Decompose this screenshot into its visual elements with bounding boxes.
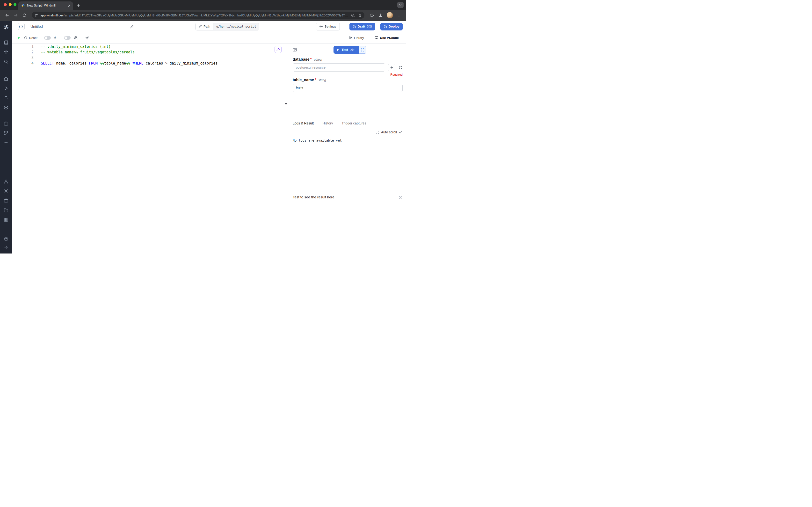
- plus-icon: [4, 140, 8, 145]
- settings-button[interactable]: Settings: [316, 23, 340, 31]
- code-line[interactable]: -- %%table_name%% fruits/vegetables/cere…: [41, 50, 218, 55]
- site-info-icon[interactable]: [34, 13, 39, 17]
- windmill-logo-icon[interactable]: [3, 24, 9, 30]
- sidebar-item-account[interactable]: [4, 179, 8, 184]
- search-icon: [4, 59, 8, 64]
- code-line[interactable]: [41, 55, 218, 61]
- browser-toolbar: app.windmill.dev/scripts/add#JTdCJTIyaGF…: [0, 10, 406, 21]
- arrow-left-icon: [5, 13, 9, 18]
- multiplayer-users-icon: [74, 36, 78, 40]
- main-area: Untitled Path u/henri/magical_script Set…: [12, 21, 406, 253]
- plus-icon: [76, 4, 80, 8]
- script-title-field[interactable]: Untitled: [31, 24, 134, 29]
- arrow-right-icon: [4, 245, 8, 249]
- chevron-down-icon: [399, 3, 402, 6]
- url-path: /scripts/add#JTdCJTIyaGFzaCUyMiUzQSUyMiU…: [64, 13, 349, 17]
- code-editor[interactable]: 1234 -- :daily_minimum_calories (int)-- …: [12, 44, 288, 253]
- database-input[interactable]: [293, 63, 385, 71]
- gear-icon: [85, 36, 89, 40]
- diff-toggle[interactable]: [44, 36, 51, 40]
- zoom-window-button[interactable]: [13, 3, 16, 6]
- overview-ruler-mark: [285, 103, 287, 104]
- sidebar-item-variables[interactable]: [4, 96, 8, 100]
- bookmark-star-icon[interactable]: [358, 13, 362, 17]
- close-window-button[interactable]: [4, 3, 7, 6]
- edit-pencil-icon[interactable]: [130, 24, 134, 29]
- sidebar-item-home[interactable]: [4, 76, 8, 81]
- reload-button[interactable]: [21, 12, 28, 19]
- sidebar-item-flows[interactable]: [4, 131, 8, 135]
- tab-logs-result[interactable]: Logs & Result: [293, 121, 314, 127]
- sidebar-item-workspace[interactable]: [4, 198, 8, 203]
- sidebar-item-create[interactable]: [4, 140, 8, 145]
- refresh-resources-button[interactable]: [399, 65, 403, 70]
- check-icon[interactable]: [399, 130, 403, 134]
- table-name-input[interactable]: [293, 84, 403, 92]
- reset-label: Reset: [29, 36, 38, 40]
- sidebar-item-apps[interactable]: [4, 217, 8, 222]
- url-bar[interactable]: app.windmill.dev/scripts/add#JTdCJTIyaGF…: [32, 12, 364, 19]
- ai-assistant-button[interactable]: [275, 46, 282, 53]
- forward-button[interactable]: [12, 12, 19, 19]
- folder-icon: [4, 208, 8, 213]
- minimize-window-button[interactable]: [9, 3, 12, 6]
- reset-button[interactable]: Reset: [24, 36, 38, 40]
- multiplayer-toggle[interactable]: [64, 36, 70, 40]
- language-badge[interactable]: [18, 23, 25, 30]
- scan-icon: [361, 48, 364, 52]
- downloads-button[interactable]: [377, 12, 384, 19]
- collapse-panel-button[interactable]: [293, 48, 297, 52]
- sidebar-item-help[interactable]: [4, 237, 8, 241]
- auto-scroll-label[interactable]: Auto scroll: [381, 130, 397, 134]
- info-icon[interactable]: [399, 195, 403, 200]
- use-vscode-button[interactable]: Use VScode: [374, 36, 399, 40]
- sidebar-item-favorites[interactable]: [4, 50, 8, 54]
- path-value: u/henri/magical_script: [213, 23, 259, 30]
- new-tab-button[interactable]: [75, 2, 82, 9]
- postgresql-icon: [19, 24, 23, 29]
- help-circle-icon: [4, 237, 8, 241]
- puzzle-icon: [370, 13, 374, 17]
- editor-settings-button[interactable]: [85, 36, 89, 40]
- required-asterisk: *: [310, 57, 311, 62]
- code-line[interactable]: SELECT name, calories FROM %%table_name%…: [41, 61, 218, 66]
- back-button[interactable]: [3, 12, 11, 19]
- extensions-button[interactable]: [368, 12, 375, 19]
- tab-trigger-captures[interactable]: Trigger captures: [342, 121, 366, 127]
- code-line[interactable]: -- :daily_minimum_calories (int): [41, 44, 218, 50]
- sidebar-item-folders[interactable]: [4, 208, 8, 213]
- library-icon: [349, 36, 353, 40]
- plus-icon: [390, 65, 394, 69]
- reset-icon: [24, 36, 27, 40]
- sidebar-item-settings[interactable]: [4, 188, 8, 193]
- result-pane: Test to see the result here: [288, 192, 406, 253]
- maximize-icon[interactable]: [375, 130, 379, 134]
- deploy-button[interactable]: Deploy: [381, 23, 403, 31]
- sidebar-item-schedules[interactable]: [4, 121, 8, 126]
- profile-avatar[interactable]: [387, 12, 393, 18]
- sidebar-item-resources[interactable]: [4, 105, 8, 110]
- test-advanced-button[interactable]: [359, 46, 366, 54]
- work-area: 1234 -- :daily_minimum_calories (int)-- …: [12, 44, 406, 253]
- browser-menu-button[interactable]: [395, 12, 403, 19]
- line-number: 4: [12, 61, 34, 66]
- sidebar-expand-button[interactable]: [4, 245, 8, 249]
- library-button[interactable]: Library: [349, 36, 364, 40]
- add-resource-button[interactable]: [388, 64, 395, 71]
- arrow-right-icon: [13, 13, 18, 18]
- sidebar-item-runs[interactable]: [4, 86, 8, 91]
- window-controls-chevron[interactable]: [397, 2, 404, 8]
- sidebar-item-docs[interactable]: [4, 40, 8, 45]
- browser-tab[interactable]: New Script | Windmill: [18, 1, 73, 10]
- editor-code[interactable]: -- :daily_minimum_calories (int)-- %%tab…: [35, 44, 218, 253]
- draft-button[interactable]: Draft ⌘S: [349, 23, 375, 31]
- url-text: app.windmill.dev/scripts/add#JTdCJTIyaGF…: [40, 13, 349, 17]
- sidebar-item-search[interactable]: [4, 59, 8, 64]
- page-zoom-icon[interactable]: [351, 13, 355, 17]
- field-database-label: database: [293, 57, 309, 62]
- test-button[interactable]: Test ⌘↵: [334, 46, 359, 54]
- path-edit-button[interactable]: Path: [195, 23, 213, 30]
- tab-history[interactable]: History: [323, 121, 333, 127]
- path-group[interactable]: Path u/henri/magical_script: [195, 23, 259, 31]
- tab-close-icon[interactable]: [67, 4, 71, 7]
